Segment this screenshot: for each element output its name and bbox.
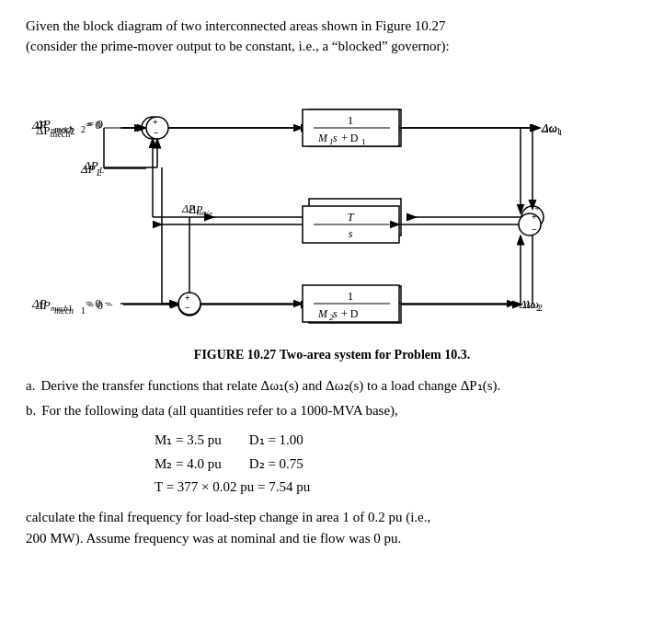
- part-a: a. Derive the transfer functions that re…: [26, 375, 638, 397]
- problem-text: a. Derive the transfer functions that re…: [26, 375, 638, 422]
- svg-text:+: +: [532, 212, 537, 222]
- svg-text:T: T: [347, 210, 354, 224]
- svg-text:1: 1: [348, 113, 354, 127]
- svg-text:−: −: [154, 128, 159, 138]
- final-text: calculate the final frequency for load-s…: [26, 507, 638, 550]
- part-b: b. For the following data (all quantitie…: [26, 400, 638, 421]
- figure-caption: FIGURE 10.27 Two-area system for Problem…: [26, 348, 638, 362]
- svg-text:ΔP: ΔP: [31, 118, 47, 132]
- svg-text:1: 1: [558, 128, 563, 137]
- intro-paragraph: Given the block diagram of two interconn…: [26, 17, 638, 57]
- svg-text:= 0: = 0: [86, 118, 101, 132]
- svg-text:M: M: [317, 132, 328, 144]
- svg-point-90: [519, 213, 541, 236]
- svg-text:s: s: [333, 132, 338, 144]
- svg-text:+ D: + D: [341, 307, 359, 320]
- block-diagram-container: ΔP mech2 = 0 + − ΔP L 1 M 1 s + D 1 Δω 1: [26, 75, 638, 342]
- svg-text:2: 2: [536, 304, 541, 313]
- svg-text:ΔP: ΔP: [83, 158, 98, 172]
- svg-text:−: −: [185, 303, 190, 313]
- svg-text:M: M: [317, 307, 328, 320]
- svg-text:+ D: + D: [341, 132, 359, 144]
- svg-text:= 0 −: = 0 −: [86, 296, 111, 310]
- svg-text:ΔP: ΔP: [31, 296, 47, 310]
- svg-text:1: 1: [348, 289, 354, 303]
- figure-label: FIGURE 10.27: [194, 348, 276, 362]
- svg-text:tie: tie: [204, 209, 212, 218]
- svg-text:−: −: [532, 224, 537, 235]
- svg-text:mech1: mech1: [51, 304, 73, 313]
- block-diagram-svg: ΔP mech2 = 0 + − ΔP L 1 M 1 s + D 1 Δω 1: [29, 75, 635, 342]
- svg-text:+: +: [153, 117, 158, 127]
- svg-text:+: +: [185, 293, 190, 303]
- svg-text:1: 1: [361, 137, 366, 146]
- svg-text:Δω: Δω: [541, 121, 557, 135]
- figure-caption-text: Two-area system for Problem 10.3.: [280, 348, 470, 362]
- svg-text:s: s: [333, 307, 338, 320]
- svg-text:s: s: [349, 227, 353, 240]
- svg-text:mech2: mech2: [51, 125, 73, 134]
- svg-text:ΔP: ΔP: [189, 203, 203, 216]
- equations-block: M₁ = 3.5 pu D₁ = 1.00 M₂ = 4.0 pu D₂ = 0…: [81, 429, 638, 500]
- svg-text:L: L: [98, 166, 104, 175]
